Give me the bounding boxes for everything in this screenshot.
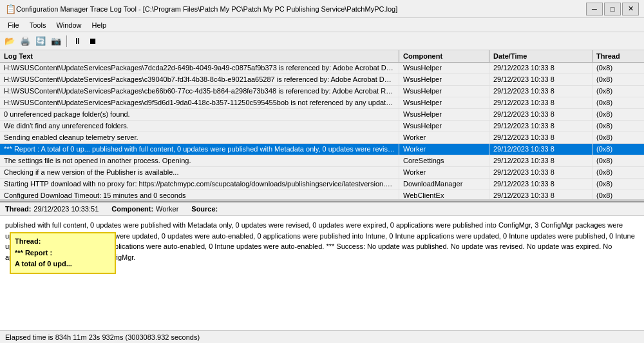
table-row[interactable]: H:\WSUSContent\UpdateServicesPackages\d9… xyxy=(0,97,644,109)
cell-datetime: 29/12/2023 10:33 8 xyxy=(489,144,592,155)
menu-help[interactable]: Help xyxy=(87,20,112,30)
close-button[interactable]: ✕ xyxy=(622,3,639,15)
cell-thread: (0x8) xyxy=(592,155,644,166)
cell-log: The settings file is not opened in anoth… xyxy=(0,155,399,166)
cell-datetime: 29/12/2023 10:33 8 xyxy=(489,74,592,85)
main-content: Log Text Component Date/Time Thread H:\W… xyxy=(0,50,644,343)
table-row[interactable]: Sending enabled cleanup telemetry server… xyxy=(0,132,644,144)
cell-log: *** Report : A total of 0 up... publishe… xyxy=(0,144,399,155)
toolbar-separator xyxy=(66,35,67,47)
maximize-button[interactable]: □ xyxy=(604,3,621,15)
component-value: Worker xyxy=(156,205,178,213)
cell-log: H:\WSUSContent\UpdateServicesPackages\cb… xyxy=(0,86,399,97)
table-row[interactable]: Checking if a new version of the Publish… xyxy=(0,167,644,179)
cell-thread: (0x8) xyxy=(592,144,644,155)
cell-log: Starting HTTP download with no proxy for… xyxy=(0,179,399,190)
tooltip-line2: *** Report : xyxy=(15,248,111,259)
cell-component: Worker xyxy=(399,144,489,155)
cell-thread: (0x8) xyxy=(592,97,644,108)
tooltip-line1: Thread: xyxy=(15,236,111,248)
cell-datetime: 29/12/2023 10:33 8 xyxy=(489,155,592,166)
window-controls: ─ □ ✕ xyxy=(586,3,639,15)
col-header-component[interactable]: Component xyxy=(399,50,489,62)
table-row[interactable]: *** Report : A total of 0 up... publishe… xyxy=(0,144,644,155)
cell-datetime: 29/12/2023 10:33 8 xyxy=(489,86,592,97)
cell-log: 0 unreferenced package folder(s) found. xyxy=(0,109,399,120)
open-button[interactable]: 📂 xyxy=(3,34,17,48)
print-button[interactable]: 🖨️ xyxy=(18,34,32,48)
minimize-button[interactable]: ─ xyxy=(586,3,603,15)
cell-log: Sending enabled cleanup telemetry server… xyxy=(0,132,399,143)
cell-component: WsusHelper xyxy=(399,86,489,97)
detail-source: Source: xyxy=(191,205,220,213)
menu-tools[interactable]: Tools xyxy=(24,20,52,30)
app-icon: 📋 xyxy=(5,4,16,14)
cell-component: WsusHelper xyxy=(399,109,489,120)
cell-thread: (0x8) xyxy=(592,190,644,199)
thread-value: 29/12/2023 10:33:51 xyxy=(33,205,99,213)
detail-header: Thread: 29/12/2023 10:33:51 Component: W… xyxy=(0,202,644,216)
cell-datetime: 29/12/2023 10:33 8 xyxy=(489,121,592,132)
cell-thread: (0x8) xyxy=(592,121,644,132)
cell-component: WsusHelper xyxy=(399,97,489,108)
thread-label: Thread: xyxy=(5,205,31,213)
refresh-button[interactable]: 🔄 xyxy=(33,34,48,48)
tooltip-popup: Thread: *** Report : A total of 0 upd... xyxy=(10,232,116,274)
cell-thread: (0x8) xyxy=(592,74,644,85)
menu-file[interactable]: File xyxy=(3,20,24,30)
table-row[interactable]: H:\WSUSContent\UpdateServicesPackages\cb… xyxy=(0,86,644,97)
status-bar: Elapsed time is 834h 11m 23s 932ms (3003… xyxy=(0,330,644,343)
table-header: Log Text Component Date/Time Thread xyxy=(0,50,644,63)
window-title: Configuration Manager Trace Log Tool - [… xyxy=(16,5,586,13)
table-row[interactable]: Starting HTTP download with no proxy for… xyxy=(0,179,644,190)
cell-thread: (0x8) xyxy=(592,167,644,178)
cell-datetime: 29/12/2023 10:33 8 xyxy=(489,190,592,199)
cell-component: Worker xyxy=(399,132,489,143)
status-text: Elapsed time is 834h 11m 23s 932ms (3003… xyxy=(5,333,200,341)
menu-window[interactable]: Window xyxy=(51,20,86,30)
table-row[interactable]: The settings file is not opened in anoth… xyxy=(0,155,644,167)
title-bar: 📋 Configuration Manager Trace Log Tool -… xyxy=(0,0,644,18)
detail-component: Component: Worker xyxy=(111,205,178,213)
cell-component: WebClientEx xyxy=(399,190,489,199)
detail-thread: Thread: 29/12/2023 10:33:51 xyxy=(5,205,99,213)
table-row[interactable]: H:\WSUSContent\UpdateServicesPackages\c3… xyxy=(0,74,644,86)
col-header-logtext[interactable]: Log Text xyxy=(0,50,399,62)
table-row[interactable]: We didn't find any unreferenced folders.… xyxy=(0,121,644,132)
table-row[interactable]: H:\WSUSContent\UpdateServicesPackages\7d… xyxy=(0,63,644,74)
table-row[interactable]: Configured Download Timeout: 15 minutes … xyxy=(0,190,644,199)
table-row[interactable]: 0 unreferenced package folder(s) found.W… xyxy=(0,109,644,121)
col-header-thread[interactable]: Thread xyxy=(592,50,644,62)
cell-datetime: 29/12/2023 10:33 8 xyxy=(489,167,592,178)
toolbar: 📂 🖨️ 🔄 📷 ⏸ ⏹ xyxy=(0,32,644,50)
stop-button[interactable]: ⏹ xyxy=(86,34,100,48)
cell-datetime: 29/12/2023 10:33 8 xyxy=(489,179,592,190)
col-header-datetime[interactable]: Date/Time xyxy=(489,50,592,62)
cell-thread: (0x8) xyxy=(592,179,644,190)
cell-log: H:\WSUSContent\UpdateServicesPackages\c3… xyxy=(0,74,399,85)
table-body[interactable]: H:\WSUSContent\UpdateServicesPackages\7d… xyxy=(0,63,644,199)
cell-log: Configured Download Timeout: 15 minutes … xyxy=(0,190,399,199)
source-label: Source: xyxy=(191,205,218,213)
cell-thread: (0x8) xyxy=(592,86,644,97)
cell-log: We didn't find any unreferenced folders. xyxy=(0,121,399,132)
cell-component: WsusHelper xyxy=(399,121,489,132)
cell-component: Worker xyxy=(399,167,489,178)
camera-button[interactable]: 📷 xyxy=(49,34,63,48)
component-label: Component: xyxy=(111,205,153,213)
menu-bar: File Tools Window Help xyxy=(0,18,644,32)
cell-datetime: 29/12/2023 10:33 8 xyxy=(489,132,592,143)
cell-log: H:\WSUSContent\UpdateServicesPackages\d9… xyxy=(0,97,399,108)
pause-button[interactable]: ⏸ xyxy=(70,34,84,48)
cell-component: WsusHelper xyxy=(399,63,489,74)
cell-thread: (0x8) xyxy=(592,109,644,120)
cell-log: H:\WSUSContent\UpdateServicesPackages\7d… xyxy=(0,63,399,74)
tooltip-line3: A total of 0 upd... xyxy=(15,259,111,270)
cell-component: WsusHelper xyxy=(399,74,489,85)
cell-thread: (0x8) xyxy=(592,132,644,143)
cell-datetime: 29/12/2023 10:33 8 xyxy=(489,97,592,108)
cell-thread: (0x8) xyxy=(592,63,644,74)
log-area: Log Text Component Date/Time Thread H:\W… xyxy=(0,50,644,201)
cell-component: CoreSettings xyxy=(399,155,489,166)
cell-log: Checking if a new version of the Publish… xyxy=(0,167,399,178)
